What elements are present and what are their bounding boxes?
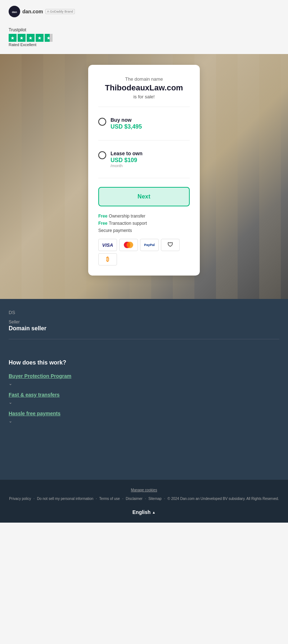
accordion-hassle-free[interactable]: Hassle free payments ⌄ <box>9 411 279 424</box>
fast-transfers-title[interactable]: Fast & easy transfers <box>9 392 279 398</box>
benefit-2-text: Transaction support <box>109 221 147 226</box>
hero-section: The domain name ThibodeauxLaw.com is for… <box>0 54 288 299</box>
footer-links: Manage cookies <box>9 487 279 493</box>
benefits-section: Free Ownership transfer Free Transaction… <box>98 214 190 233</box>
buy-now-title: Buy now <box>111 117 142 123</box>
benefit-1: Free Ownership transfer <box>98 214 190 219</box>
hassle-free-title[interactable]: Hassle free payments <box>9 411 279 416</box>
trustpilot-stars: ★ ★ ★ ★ ★ <box>9 34 279 42</box>
visa-icon: VISA <box>98 239 117 251</box>
card-divider-2 <box>98 140 190 140</box>
lease-details: Lease to own USD $109 /month <box>111 151 143 168</box>
svg-text:dan: dan <box>12 10 17 14</box>
free-badge-2: Free <box>98 221 107 226</box>
for-sale-text: is for sale! <box>98 94 190 99</box>
domain-name: ThibodeauxLaw.com <box>98 83 190 93</box>
footer-bottom: Manage cookies Privacy policy · Do not s… <box>0 480 288 523</box>
lease-radio[interactable] <box>98 151 106 159</box>
trustpilot-section: Trustpilot ★ ★ ★ ★ ★ Rated Excellent <box>0 23 288 54</box>
benefit-3: Secure payments <box>98 228 190 233</box>
do-not-sell-link[interactable]: Do not sell my personal information <box>37 497 94 501</box>
buy-now-radio[interactable] <box>98 118 106 126</box>
buyer-protection-title[interactable]: Buyer Protection Program <box>9 373 279 379</box>
purchase-card: The domain name ThibodeauxLaw.com is for… <box>88 65 200 276</box>
star-1: ★ <box>9 34 17 42</box>
how-title: How does this work? <box>9 359 279 366</box>
terms-link[interactable]: Terms of use <box>99 497 120 501</box>
star-2: ★ <box>18 34 26 42</box>
card-subtitle: The domain name <box>98 76 190 82</box>
buyer-protection-chevron[interactable]: ⌄ <box>9 381 279 386</box>
footer-nav-links: Privacy policy · Do not sell my personal… <box>9 496 279 502</box>
dan-logo-text: dan.com <box>22 9 43 14</box>
escrow-icon: 🛡 <box>161 239 180 251</box>
dan-logo-icon: dan <box>9 6 20 17</box>
accordion-buyer-protection[interactable]: Buyer Protection Program ⌄ <box>9 373 279 386</box>
buy-now-details: Buy now USD $3,495 <box>111 117 142 130</box>
copyright-text: © 2024 Dan.com an Undeveloped BV subsidi… <box>167 497 279 501</box>
footer-spacer <box>0 437 288 480</box>
language-label: English <box>132 509 151 515</box>
header: dan dan.com A GoDaddy Brand <box>0 0 288 23</box>
next-button[interactable]: Next <box>98 187 190 206</box>
free-badge-1: Free <box>98 214 107 219</box>
svg-point-4 <box>127 242 130 248</box>
star-5: ★ <box>45 34 53 42</box>
trustpilot-rated: Rated Excellent <box>9 43 279 47</box>
mastercard-icon <box>119 239 138 251</box>
buy-now-option[interactable]: Buy now USD $3,495 <box>98 113 190 134</box>
lease-title: Lease to own <box>111 151 143 156</box>
seller-divider <box>9 339 279 339</box>
language-selector[interactable]: English ▲ <box>132 509 156 515</box>
seller-section: DS Seller Domain seller <box>0 299 288 352</box>
star-4: ★ <box>36 34 44 42</box>
lease-price: USD $109 <box>111 157 143 164</box>
star-3: ★ <box>27 34 35 42</box>
accordion-fast-transfers[interactable]: Fast & easy transfers ⌄ <box>9 392 279 405</box>
lease-option[interactable]: Lease to own USD $109 /month <box>98 146 190 172</box>
fast-transfers-chevron[interactable]: ⌄ <box>9 400 279 405</box>
hassle-free-chevron[interactable]: ⌄ <box>9 419 279 424</box>
godaddy-badge: A GoDaddy Brand <box>45 9 75 14</box>
manage-cookies-link[interactable]: Manage cookies <box>131 488 157 492</box>
trustpilot-label: Trustpilot <box>9 27 279 32</box>
seller-label: Seller <box>9 319 279 325</box>
card-divider-3 <box>98 178 190 178</box>
seller-initials: DS <box>9 310 279 315</box>
dan-icon: dan <box>11 8 18 15</box>
disclaimer-link[interactable]: Disclaimer <box>126 497 143 501</box>
privacy-link[interactable]: Privacy policy <box>9 497 31 501</box>
paypal-icon: PayPal <box>140 239 159 251</box>
sitemap-link[interactable]: Sitemap <box>148 497 162 501</box>
benefit-1-text: Ownership transfer <box>109 214 145 219</box>
card-divider-1 <box>98 107 190 107</box>
benefit-2: Free Transaction support <box>98 221 190 226</box>
benefit-3-text: Secure payments <box>98 228 132 233</box>
how-section: How does this work? Buyer Protection Pro… <box>0 352 288 437</box>
seller-name: Domain seller <box>9 325 279 332</box>
dan-logo[interactable]: dan dan.com A GoDaddy Brand <box>9 6 75 17</box>
bitcoin-icon: ₿ <box>98 253 117 265</box>
buy-now-price: USD $3,495 <box>111 124 142 130</box>
lease-period: /month <box>111 164 143 168</box>
payment-icons: VISA PayPal 🛡 ₿ <box>98 239 190 265</box>
language-arrow-icon: ▲ <box>152 510 156 514</box>
